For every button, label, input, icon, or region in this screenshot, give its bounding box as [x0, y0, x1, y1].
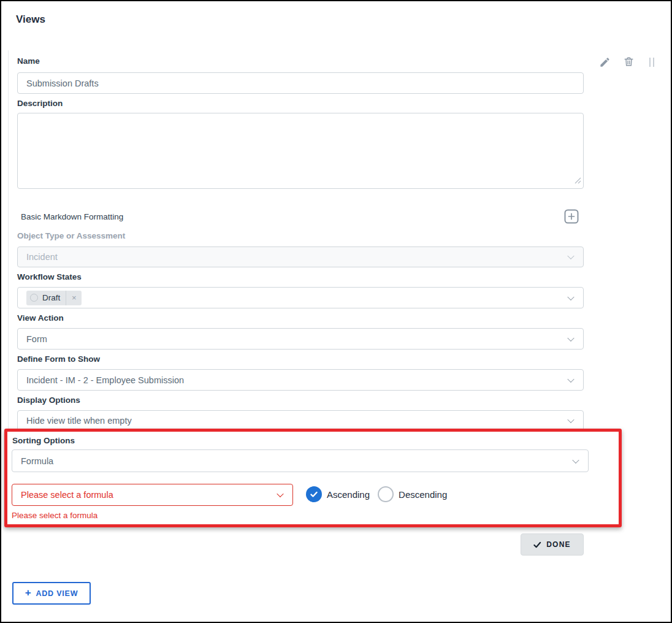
view-action-label: View Action	[17, 313, 64, 323]
sort-order-radio-group: Ascending Descending	[306, 486, 455, 502]
name-value: Submission Drafts	[26, 78, 99, 88]
plus-icon: +	[25, 587, 32, 599]
chevron-down-icon	[567, 416, 574, 423]
drag-handle-icon[interactable]	[649, 58, 654, 67]
object-type-label: Object Type or Assessment	[17, 231, 125, 240]
page-title: Views	[16, 13, 45, 26]
description-textarea[interactable]	[17, 113, 584, 189]
chevron-down-icon	[572, 456, 579, 463]
radio-descending[interactable]: Descending	[378, 486, 447, 502]
view-action-value: Form	[26, 334, 47, 344]
formula-placeholder: Please select a formula	[21, 490, 113, 500]
add-view-button[interactable]: + ADD VIEW	[12, 582, 91, 605]
display-options-select[interactable]: Hide view title when empty	[17, 410, 584, 431]
radio-unchecked-icon	[378, 486, 394, 502]
sorting-type-value: Formula	[21, 456, 53, 466]
trash-icon[interactable]	[623, 56, 635, 70]
panel-left-border	[8, 50, 9, 429]
pencil-icon[interactable]	[599, 56, 611, 71]
name-label: Name	[17, 56, 40, 66]
define-form-value: Incident - IM - 2 - Employee Submission	[26, 375, 184, 385]
display-options-value: Hide view title when empty	[26, 416, 132, 426]
radio-label: Descending	[399, 489, 447, 500]
name-input[interactable]: Submission Drafts	[17, 72, 584, 94]
workflow-state-tag: Draft ×	[26, 291, 82, 305]
chevron-down-icon	[567, 253, 574, 259]
chevron-down-icon	[567, 334, 574, 341]
markdown-formatting-note: Basic Markdown Formatting	[21, 212, 123, 221]
chevron-down-icon	[277, 491, 283, 497]
display-options-label: Display Options	[17, 396, 80, 405]
define-form-label: Define Form to Show	[17, 354, 100, 364]
check-icon	[533, 541, 541, 549]
chevron-down-icon	[567, 375, 574, 382]
radio-ascending[interactable]: Ascending	[306, 486, 370, 502]
workflow-states-select[interactable]: Draft ×	[17, 287, 584, 308]
sorting-options-label: Sorting Options	[12, 436, 75, 445]
object-type-select: Incident	[17, 247, 584, 267]
done-button[interactable]: DONE	[521, 533, 584, 556]
remove-tag-icon[interactable]: ×	[66, 293, 82, 302]
formula-error-message: Please select a formula	[12, 511, 97, 520]
workflow-states-label: Workflow States	[17, 272, 82, 281]
plus-square-icon[interactable]	[564, 209, 579, 226]
done-label: DONE	[546, 540, 570, 549]
description-label: Description	[17, 99, 63, 108]
formula-select[interactable]: Please select a formula	[12, 484, 293, 506]
define-form-select[interactable]: Incident - IM - 2 - Employee Submission	[17, 369, 584, 391]
radio-checked-icon	[306, 486, 322, 502]
resize-grip-icon[interactable]	[575, 175, 581, 186]
sorting-type-select[interactable]: Formula	[12, 449, 589, 472]
object-type-value: Incident	[26, 252, 58, 262]
views-panel: Views Name Submission Drafts Description…	[0, 0, 672, 623]
view-action-select[interactable]: Form	[17, 328, 584, 350]
add-view-label: ADD VIEW	[36, 589, 78, 598]
radio-label: Ascending	[327, 489, 370, 500]
state-color-dot-icon	[30, 294, 38, 302]
chevron-down-icon	[567, 293, 574, 300]
tag-label: Draft	[42, 293, 60, 302]
